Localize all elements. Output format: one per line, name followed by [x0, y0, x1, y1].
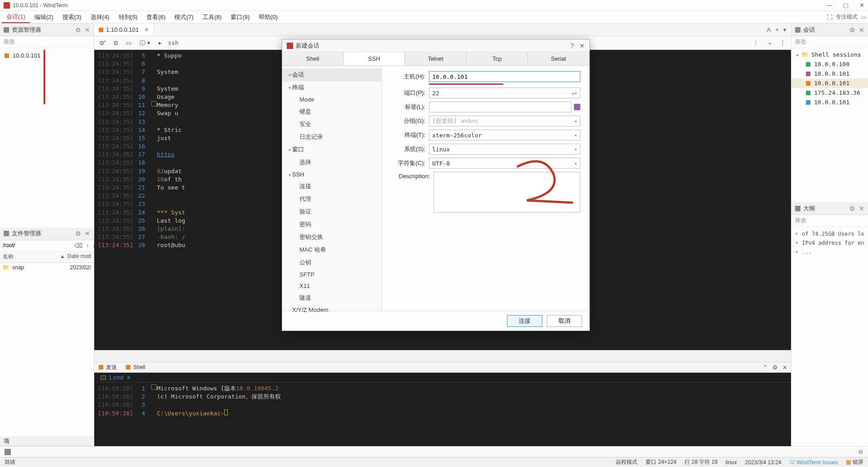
tab-close-icon[interactable]: ✕ [144, 26, 149, 33]
split-icon[interactable]: ⧉ [112, 39, 120, 48]
sidebar-logging[interactable]: 日志记录 [282, 131, 381, 143]
sidebar-key[interactable]: 密钥交换 [282, 231, 381, 243]
tab-telnet[interactable]: Telnet [405, 52, 467, 65]
close-icon[interactable]: ✕ [85, 230, 90, 237]
host-input[interactable] [429, 71, 580, 82]
help-icon[interactable]: ? [570, 42, 574, 49]
menu-goto[interactable]: 转到(5) [114, 12, 142, 23]
close-icon[interactable]: ✕ [782, 364, 787, 371]
port-input[interactable]: 22▴▾ [429, 88, 580, 98]
sidebar-sftp[interactable]: SFTP [282, 269, 381, 280]
sidebar-window[interactable]: 窗口 [282, 143, 381, 156]
close-button[interactable]: ✕ [859, 2, 864, 9]
session-filter[interactable]: 筛选 [791, 36, 868, 48]
col-date[interactable]: Date mod [68, 253, 91, 261]
cancel-button[interactable]: 取消 [547, 315, 582, 327]
menu-search[interactable]: 搜索(3) [58, 12, 86, 23]
gear-icon[interactable]: ⚙ [849, 205, 855, 212]
menu-session[interactable]: 会话(1) [2, 11, 30, 23]
sidebar-mac[interactable]: MAC 哈希 [282, 243, 381, 256]
sidebar-tunnel[interactable]: 隧道 [282, 292, 381, 304]
menu-view[interactable]: 查看(6) [142, 12, 170, 23]
sidebar-terminal[interactable]: 终端 [282, 81, 381, 94]
focus-mode-icon[interactable]: ⛶ [827, 14, 832, 20]
session-item[interactable]: 10.0.0.101 [791, 78, 868, 88]
sidebar-pubkey[interactable]: 公钥 [282, 256, 381, 269]
outline-item[interactable]: •of 74.25GB Users lo [795, 229, 864, 238]
tab-serial[interactable]: Serial [528, 52, 589, 65]
sidebar-proxy[interactable]: 代理 [282, 193, 381, 205]
close-icon[interactable]: ✕ [859, 205, 864, 212]
session-item[interactable]: 175.24.183.36 [791, 88, 868, 97]
tree-item[interactable]: 10.0.0.101 [4, 51, 90, 60]
menu-mode[interactable]: 模式(7) [170, 12, 198, 23]
cmd-tab[interactable]: 1.cmd ✕ [97, 375, 135, 381]
close-icon[interactable]: ✕ [859, 26, 864, 34]
dropdown-icon[interactable]: ⌄ [766, 38, 774, 48]
term-select[interactable]: xterm-256color▾ [429, 130, 580, 141]
shell-folder[interactable]: ▸ 📁 Shell sessions [791, 50, 868, 59]
tab-tcp[interactable]: Tcp [467, 52, 528, 65]
group-input[interactable]: [嵌套组] a>b>c▾ [429, 116, 580, 126]
more-icon[interactable]: ⋮ [778, 38, 787, 48]
nav-right-icon[interactable]: 〉 [752, 38, 762, 48]
color-chip[interactable] [574, 104, 580, 110]
fm-path-input[interactable] [3, 242, 71, 248]
gear-icon[interactable]: ⚙ [75, 230, 81, 237]
outline-item[interactable]: •... [795, 248, 864, 257]
terminal-tab[interactable]: 1.10.0.0.101 ✕ [94, 24, 154, 36]
sidebar-session[interactable]: 会话 [282, 68, 381, 81]
bottom-settings-icon[interactable]: ⚙ [858, 448, 863, 455]
outline-item[interactable]: •IPv4 address for en [795, 238, 864, 248]
system-select[interactable]: linux▾ [429, 144, 580, 155]
shell-tab[interactable]: Shell [121, 363, 150, 371]
sidebar-select[interactable]: 选择 [282, 156, 381, 169]
sidebar-mode[interactable]: Mode [282, 94, 381, 105]
sort-icon[interactable]: ▴ [61, 253, 64, 261]
table-row[interactable]: 📁 snap 2023/02/ [0, 263, 94, 272]
send-tab[interactable]: 发送 [94, 363, 121, 372]
layout-icon[interactable]: ▭ [124, 39, 133, 47]
sidebar-security[interactable]: 安全 [282, 118, 381, 131]
col-name[interactable]: 名称 [3, 253, 61, 261]
resource-filter[interactable]: 筛选 [0, 36, 94, 48]
up-icon[interactable]: ↑ [86, 242, 89, 249]
connect-button[interactable]: 连接 [507, 315, 542, 327]
split-handle[interactable] [94, 350, 103, 362]
font-icon[interactable]: A [767, 26, 771, 33]
bottom-app-icon[interactable] [5, 449, 11, 455]
sidebar-auth[interactable]: 验证 [282, 205, 381, 218]
tab-shell[interactable]: Shell [282, 52, 344, 65]
info-icon[interactable]: ⓘ ▾ [138, 38, 152, 48]
focus-mode-label[interactable]: 专注模式 [836, 13, 858, 21]
tab-menu-icon[interactable]: ▾ [783, 26, 786, 33]
menu-help[interactable]: 帮助(0) [254, 12, 282, 23]
add-tab-icon[interactable]: + [775, 26, 779, 33]
status-lock[interactable]: 锁屏 [846, 458, 863, 466]
sidebar-x11[interactable]: X11 [282, 280, 381, 292]
bottom-terminal[interactable]: [10:50:28]1 Microsoft Windows [版本 10.0.1… [94, 383, 791, 446]
close-icon[interactable]: ✕ [85, 26, 90, 34]
gear-icon[interactable]: ⚙ [75, 26, 81, 34]
session-item[interactable]: 10.0.0.101 [791, 97, 868, 107]
sidebar-ssh[interactable]: SSH [282, 169, 381, 180]
menu-edit[interactable]: 编辑(2) [30, 12, 58, 23]
bottom-splitter[interactable] [94, 350, 791, 362]
dialog-close-icon[interactable]: ✕ [579, 42, 585, 49]
sidebar-password[interactable]: 密码 [282, 218, 381, 231]
sidebar-keyboard[interactable]: 键盘 [282, 105, 381, 118]
minimize-button[interactable]: — [826, 2, 832, 9]
tag-input[interactable] [429, 102, 571, 112]
expand-icon[interactable]: ▸ [796, 51, 801, 58]
collapse-icon[interactable]: ⌃ [763, 364, 768, 371]
menu-tools[interactable]: 工具(8) [198, 12, 226, 23]
session-item[interactable]: 10.0.0.100 [791, 59, 868, 69]
gear-icon[interactable]: ⚙ [772, 364, 778, 371]
new-window-icon[interactable]: ⧉⁺ [98, 39, 107, 48]
layout-icon[interactable]: ▭ [861, 14, 866, 20]
menu-window[interactable]: 窗口(9) [226, 12, 254, 23]
play-icon[interactable]: ▸ [157, 39, 164, 47]
clear-icon[interactable]: ⌫ [74, 242, 82, 249]
sidebar-conn[interactable]: 连接 [282, 180, 381, 193]
maximize-button[interactable]: ▢ [843, 2, 849, 9]
